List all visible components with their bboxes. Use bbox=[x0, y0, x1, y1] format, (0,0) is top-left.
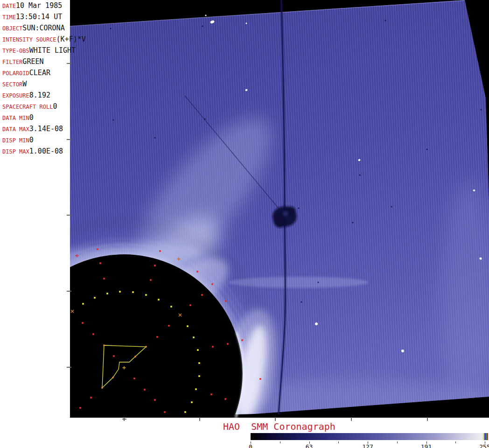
coronagraph-viewer: DATE10 Mar 1985TIME13:50:14 UTOBJECTSUN:… bbox=[0, 0, 489, 448]
yellow-fiducial-dot bbox=[94, 297, 96, 299]
yellow-fiducial-dot bbox=[82, 303, 84, 305]
dark-speck bbox=[204, 118, 205, 119]
polygon-vertex-dot bbox=[103, 344, 105, 346]
red-fiducial-dot bbox=[92, 333, 94, 335]
yellow-fiducial-dot bbox=[132, 291, 134, 293]
field-label: FILTER bbox=[2, 59, 22, 65]
dark-speck bbox=[110, 28, 111, 29]
left-axis-tick bbox=[67, 291, 71, 292]
red-fiducial-dot bbox=[150, 279, 152, 281]
field-label: POLAROID bbox=[2, 70, 29, 77]
bottom-axis-tick bbox=[199, 417, 200, 421]
red-fiducial-dot bbox=[196, 271, 198, 273]
colorbar-tick-label: 255 bbox=[479, 443, 489, 448]
red-fiducial-dot bbox=[189, 304, 191, 306]
dark-speck bbox=[480, 109, 482, 110]
metadata-field: INTENSITY SOURCE(K+F)*V bbox=[2, 35, 70, 43]
red-fiducial-dot bbox=[159, 250, 161, 252]
yellow-fiducial-dot bbox=[198, 375, 200, 377]
metadata-field: DATE10 Mar 1985 bbox=[2, 1, 70, 10]
colorbar-tick-label: 0 bbox=[249, 443, 252, 448]
dark-speck bbox=[384, 20, 386, 21]
field-label: SPACECRAFT ROLL bbox=[2, 104, 53, 110]
dark-speck bbox=[391, 206, 392, 207]
field-label: DATA MIN bbox=[2, 115, 29, 121]
left-axis-tick bbox=[67, 63, 71, 64]
red-fiducial-dot bbox=[103, 278, 105, 280]
field-value: 1.00E-08 bbox=[29, 147, 63, 155]
field-label: OBJECT bbox=[2, 25, 22, 32]
yellow-fiducial-dot bbox=[198, 362, 200, 364]
intensity-colorbar bbox=[251, 433, 488, 440]
red-fiducial-dot bbox=[82, 322, 84, 324]
red-fiducial-dot bbox=[164, 411, 166, 413]
field-label: DATA MAX bbox=[2, 126, 29, 133]
field-label: SECTOR bbox=[2, 81, 22, 88]
yellow-fiducial-dot bbox=[193, 336, 195, 338]
dark-speck bbox=[298, 207, 299, 209]
field-label: DISP MAX bbox=[2, 148, 29, 155]
colorbar-end-stripe bbox=[487, 433, 488, 440]
field-value: SUN:CORONA bbox=[22, 24, 64, 32]
yellow-fiducial-dot bbox=[119, 291, 121, 293]
metadata-field: POLAROIDCLEAR bbox=[2, 68, 70, 77]
polygon-vertex-dot bbox=[145, 346, 147, 348]
dark-speck bbox=[300, 301, 302, 302]
colorbar-minor-tick bbox=[455, 441, 456, 443]
metadata-field: DISP MAX1.00E-08 bbox=[2, 147, 70, 155]
colorbar-tick-label: 63 bbox=[306, 443, 313, 448]
metadata-field: TIME13:50:14 UT bbox=[2, 12, 70, 21]
metadata-field: DATA MIN0 bbox=[2, 113, 70, 122]
field-value: GREEN bbox=[22, 57, 43, 66]
image-title: HAO SMM Coronagraph bbox=[223, 421, 335, 432]
dark-speck bbox=[112, 119, 114, 120]
red-fiducial-dot bbox=[90, 397, 92, 399]
field-value: WHITE LIGHT bbox=[29, 46, 76, 55]
field-value: 0 bbox=[29, 113, 34, 122]
metadata-field: TYPE-OBSWHITE LIGHT bbox=[2, 46, 70, 55]
field-label: DATE bbox=[2, 3, 16, 9]
yellow-fiducial-dot bbox=[187, 325, 189, 327]
metadata-field: OBJECTSUN:CORONA bbox=[2, 23, 70, 32]
yellow-fiducial-dot bbox=[197, 349, 199, 351]
red-fiducial-dot bbox=[154, 399, 156, 401]
field-value: 0 bbox=[29, 136, 34, 144]
dark-speck bbox=[359, 174, 360, 175]
bottom-axis-tick-cross bbox=[122, 419, 126, 420]
red-fiducial-dot bbox=[79, 407, 81, 409]
metadata-field: SECTORW bbox=[2, 79, 70, 88]
metadata-field: SPACECRAFT ROLL0 bbox=[2, 102, 70, 111]
red-fiducial-dot bbox=[224, 398, 226, 400]
metadata-field-list: DATE10 Mar 1985TIME13:50:14 UTOBJECTSUN:… bbox=[0, 0, 70, 155]
field-value: 10 Mar 1985 bbox=[16, 1, 62, 10]
red-fiducial-dot bbox=[144, 389, 146, 391]
colorbar-tick-label: 127 bbox=[362, 443, 373, 448]
colorbar-end-stripes bbox=[483, 433, 488, 440]
colorbar-minor-tick bbox=[338, 441, 339, 443]
red-fiducial-dot bbox=[97, 248, 98, 250]
metadata-field: FILTERGREEN bbox=[2, 57, 70, 66]
left-axis-tick bbox=[67, 367, 71, 368]
red-fiducial-dot bbox=[225, 300, 227, 302]
red-fiducial-dot bbox=[241, 339, 243, 341]
field-value: CLEAR bbox=[29, 69, 50, 77]
dark-speck bbox=[317, 281, 319, 283]
red-fiducial-dot bbox=[211, 283, 213, 285]
bottom-axis-tick bbox=[427, 417, 428, 421]
red-fiducial-dot bbox=[154, 265, 156, 266]
field-value: 0 bbox=[53, 102, 57, 111]
field-value: W bbox=[22, 80, 27, 88]
red-fiducial-dot bbox=[227, 343, 229, 345]
red-fiducial-dot bbox=[99, 262, 101, 264]
dark-speck bbox=[154, 137, 155, 138]
red-fiducial-dot bbox=[113, 355, 115, 357]
bottom-axis-tick bbox=[275, 417, 276, 421]
metadata-field: DATA MAX3.14E-08 bbox=[2, 124, 70, 133]
field-label: EXPOSURE bbox=[2, 92, 29, 99]
field-value: 13:50:14 UT bbox=[16, 13, 62, 21]
yellow-fiducial-dot bbox=[195, 388, 197, 390]
left-axis-tick bbox=[67, 139, 71, 140]
red-fiducial-dot bbox=[259, 378, 261, 380]
colorbar-minor-tick bbox=[280, 441, 280, 443]
red-fiducial-dot bbox=[201, 294, 203, 296]
